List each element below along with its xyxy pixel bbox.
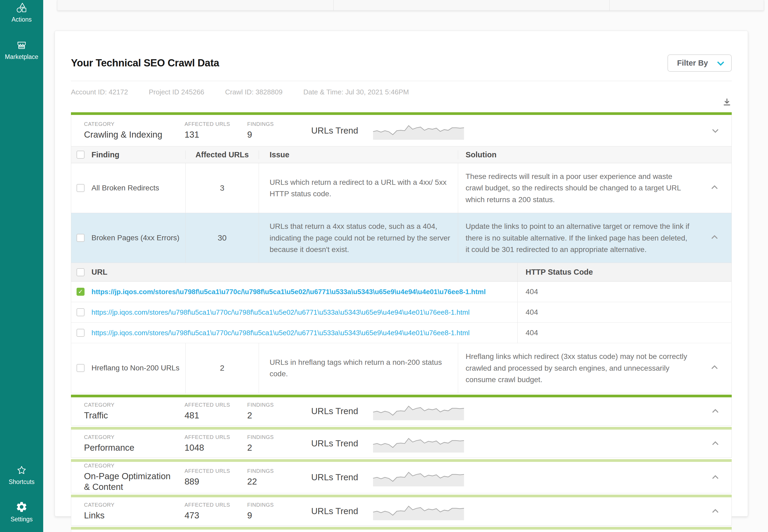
finding-name: Broken Pages (4xx Errors) <box>91 234 179 242</box>
chevron-up-icon[interactable] <box>711 235 718 242</box>
affected-urls-label: AFFECTED URLS <box>185 434 247 440</box>
download-icon <box>722 97 732 107</box>
affected-urls-value: 481 <box>185 410 247 421</box>
category-header-row[interactable]: CATEGORY Crawling & Indexing AFFECTED UR… <box>71 115 731 146</box>
finding-row-hreflang-non-200[interactable]: Hreflang to Non-200 URLs 2 URLs in hrefl… <box>71 343 731 393</box>
chevron-up-icon[interactable] <box>712 409 718 415</box>
sidebar-item-label: Shortcuts <box>0 478 43 486</box>
select-all-checkbox[interactable] <box>77 151 85 159</box>
date-time: Date & Time: Jul 30, 2021 5:46PM <box>303 88 409 96</box>
sidebar-item-label: Settings <box>0 516 43 523</box>
urls-trend-label: URLs Trend <box>311 506 373 516</box>
sidebar-item-actions[interactable]: Actions <box>0 2 43 23</box>
column-header-finding: Finding <box>91 150 119 159</box>
category-label: CATEGORY <box>84 502 185 508</box>
category-accent-bar <box>71 495 732 497</box>
solution-text: These redirects will result in a poor us… <box>466 171 691 205</box>
sidebar: Actions Marketplace Shortcuts Settings <box>0 0 43 532</box>
affected-urls-label: AFFECTED URLS <box>185 402 247 408</box>
category-accent-bar <box>71 527 732 530</box>
column-header-issue: Issue <box>270 150 289 159</box>
affected-urls-value: 1048 <box>185 442 247 453</box>
url-table-header: URL HTTP Status Code <box>71 263 731 282</box>
filter-by-label: Filter By <box>677 59 708 67</box>
column-divider <box>333 0 334 10</box>
project-id: Project ID 245266 <box>149 88 204 96</box>
chevron-up-icon[interactable] <box>711 365 718 372</box>
filter-by-button[interactable]: Filter By <box>667 54 732 72</box>
column-header-affected-urls: Affected URLs <box>195 150 249 159</box>
affected-count: 3 <box>220 183 225 193</box>
affected-count: 2 <box>220 363 225 373</box>
category-name: Traffic <box>84 410 176 421</box>
select-all-urls-checkbox[interactable] <box>77 268 85 276</box>
url-row[interactable]: https://jp.iqos.com/stores/\u798f\u5ca1\… <box>71 302 731 323</box>
category-header-row[interactable]: CATEGORY On-Page Optimization & Content … <box>71 462 731 493</box>
url-checkbox[interactable] <box>77 329 85 337</box>
solution-text: Update the links to point to an alternat… <box>466 221 691 255</box>
chevron-up-icon[interactable] <box>711 185 718 191</box>
category-name: Performance <box>84 442 176 453</box>
category-header-row[interactable]: CATEGORY Links AFFECTED URLS 473 FINDING… <box>71 497 731 525</box>
category-name: On-Page Optimization & Content <box>84 471 176 492</box>
chevron-up-icon[interactable] <box>712 509 718 515</box>
category-card-links: CATEGORY Links AFFECTED URLS 473 FINDING… <box>71 495 732 526</box>
category-header-row[interactable]: CATEGORY Source Gap AFFECTED URLS 4554 F… <box>71 530 731 532</box>
chevron-down-icon <box>717 59 724 66</box>
row-checkbox[interactable] <box>77 184 85 192</box>
findings-value: 2 <box>247 442 311 453</box>
findings-label: FINDINGS <box>247 121 311 127</box>
shapes-icon <box>15 10 28 14</box>
urls-trend-label: URLs Trend <box>311 126 373 136</box>
url-checkbox[interactable]: ✓ <box>77 288 85 296</box>
findings-label: FINDINGS <box>247 502 311 508</box>
issue-text: URLs in hreflang tags which return a non… <box>270 357 456 380</box>
crawl-id: Crawl ID: 3828809 <box>225 88 282 96</box>
url-row[interactable]: https://jp.iqos.com/stores/\u798f\u5ca1\… <box>71 323 731 343</box>
affected-count: 30 <box>218 233 226 242</box>
http-status-code: 404 <box>526 329 538 337</box>
category-accent-bar <box>71 395 732 397</box>
urls-trend-sparkline <box>373 502 465 521</box>
category-label: CATEGORY <box>84 121 185 127</box>
sidebar-item-marketplace[interactable]: Marketplace <box>0 39 43 61</box>
finding-row-all-broken-redirects[interactable]: All Broken Redirects 3 URLs which return… <box>71 163 731 213</box>
category-accent-bar <box>71 427 732 430</box>
findings-label: FINDINGS <box>247 402 311 408</box>
issue-text: URLs which return a redirect to a URL wi… <box>270 177 454 200</box>
chevron-up-icon[interactable] <box>712 475 718 481</box>
affected-urls-value: 473 <box>185 510 247 521</box>
category-header-row[interactable]: CATEGORY Performance AFFECTED URLS 1048 … <box>71 430 731 458</box>
star-icon <box>15 472 28 477</box>
category-name: Crawling & Indexing <box>84 129 176 140</box>
row-checkbox[interactable] <box>77 234 85 242</box>
category-accent-bar <box>71 459 732 462</box>
urls-trend-label: URLs Trend <box>311 472 373 482</box>
sidebar-item-label: Actions <box>0 16 43 23</box>
row-checkbox[interactable] <box>77 364 85 372</box>
findings-value: 9 <box>247 510 311 521</box>
chevron-down-icon[interactable] <box>712 127 718 133</box>
category-name: Links <box>84 510 176 521</box>
page-title: Your Technical SEO Crawl Data <box>71 57 219 69</box>
category-card-source-gap: CATEGORY Source Gap AFFECTED URLS 4554 F… <box>71 527 732 532</box>
affected-urls-label: AFFECTED URLS <box>185 468 247 474</box>
url-checkbox[interactable] <box>77 308 85 316</box>
sidebar-item-shortcuts[interactable]: Shortcuts <box>0 465 43 486</box>
category-accent-bar <box>71 112 732 115</box>
category-label: CATEGORY <box>84 463 185 469</box>
category-header-row[interactable]: CATEGORY Traffic AFFECTED URLS 481 FINDI… <box>71 397 731 425</box>
affected-urls-label: AFFECTED URLS <box>185 121 247 127</box>
affected-urls-value: 889 <box>185 476 247 487</box>
url-link[interactable]: https://jp.iqos.com/stores/\u798f\u5ca1\… <box>91 288 486 296</box>
category-card-crawling-indexing: CATEGORY Crawling & Indexing AFFECTED UR… <box>71 112 732 393</box>
url-row[interactable]: ✓ https://jp.iqos.com/stores/\u798f\u5ca… <box>71 282 731 302</box>
download-button[interactable] <box>722 97 732 109</box>
url-link[interactable]: https://jp.iqos.com/stores/\u798f\u5ca1\… <box>91 329 470 337</box>
finding-row-broken-pages-4xx[interactable]: Broken Pages (4xx Errors) 30 URLs that r… <box>71 213 731 263</box>
chevron-up-icon[interactable] <box>712 441 718 447</box>
url-link[interactable]: https://jp.iqos.com/stores/\u798f\u5ca1\… <box>91 308 470 317</box>
category-card-performance: CATEGORY Performance AFFECTED URLS 1048 … <box>71 427 732 458</box>
urls-trend-label: URLs Trend <box>311 438 373 449</box>
sidebar-item-settings[interactable]: Settings <box>0 501 43 523</box>
